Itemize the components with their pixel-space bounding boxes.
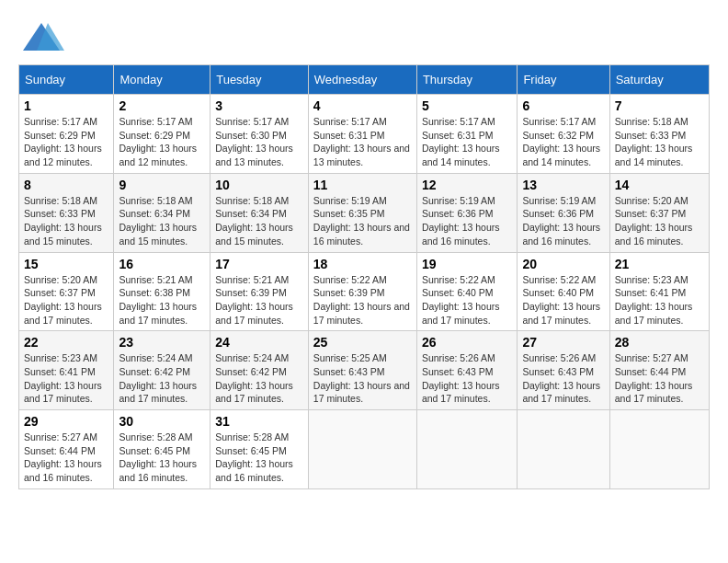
day-number: 17 — [215, 257, 303, 271]
calendar-cell: 4 Sunrise: 5:17 AM Sunset: 6:31 PM Dayli… — [308, 95, 416, 174]
day-number: 22 — [24, 335, 108, 350]
calendar-cell — [416, 410, 518, 489]
day-number: 23 — [119, 335, 205, 350]
day-number: 21 — [615, 257, 704, 271]
day-info: Sunrise: 5:17 AM Sunset: 6:31 PM Dayligh… — [422, 116, 500, 167]
day-info: Sunrise: 5:18 AM Sunset: 6:33 PM Dayligh… — [615, 116, 693, 167]
calendar-cell: 28 Sunrise: 5:27 AM Sunset: 6:44 PM Dayl… — [609, 331, 709, 410]
calendar-cell: 11 Sunrise: 5:19 AM Sunset: 6:35 PM Dayl… — [308, 173, 416, 252]
calendar-cell — [308, 410, 416, 489]
day-number: 6 — [522, 98, 604, 113]
calendar-week-row: 29 Sunrise: 5:27 AM Sunset: 6:44 PM Dayl… — [19, 410, 710, 489]
day-number: 28 — [615, 335, 704, 350]
day-number: 15 — [24, 257, 108, 271]
day-info: Sunrise: 5:22 AM Sunset: 6:40 PM Dayligh… — [422, 274, 500, 326]
calendar-cell: 25 Sunrise: 5:25 AM Sunset: 6:43 PM Dayl… — [308, 331, 416, 410]
day-info: Sunrise: 5:21 AM Sunset: 6:39 PM Dayligh… — [215, 274, 293, 326]
day-number: 9 — [119, 178, 205, 192]
day-info: Sunrise: 5:19 AM Sunset: 6:36 PM Dayligh… — [422, 195, 500, 247]
calendar-header-row: SundayMondayTuesdayWednesdayThursdayFrid… — [19, 65, 710, 95]
day-info: Sunrise: 5:23 AM Sunset: 6:41 PM Dayligh… — [615, 274, 693, 326]
day-number: 8 — [24, 178, 108, 192]
day-number: 5 — [422, 98, 513, 113]
calendar-week-row: 1 Sunrise: 5:17 AM Sunset: 6:29 PM Dayli… — [19, 95, 710, 174]
day-number: 30 — [119, 414, 205, 429]
day-info: Sunrise: 5:20 AM Sunset: 6:37 PM Dayligh… — [615, 195, 693, 247]
header-wednesday: Wednesday — [308, 65, 416, 95]
day-info: Sunrise: 5:19 AM Sunset: 6:35 PM Dayligh… — [313, 195, 410, 247]
header-sunday: Sunday — [19, 65, 114, 95]
day-info: Sunrise: 5:17 AM Sunset: 6:29 PM Dayligh… — [119, 116, 197, 167]
calendar-cell: 2 Sunrise: 5:17 AM Sunset: 6:29 PM Dayli… — [114, 95, 210, 174]
day-number: 13 — [522, 178, 604, 192]
calendar-cell: 16 Sunrise: 5:21 AM Sunset: 6:38 PM Dayl… — [114, 252, 210, 331]
calendar-cell: 14 Sunrise: 5:20 AM Sunset: 6:37 PM Dayl… — [609, 173, 709, 252]
calendar-table: SundayMondayTuesdayWednesdayThursdayFrid… — [18, 64, 710, 489]
day-info: Sunrise: 5:25 AM Sunset: 6:43 PM Dayligh… — [313, 352, 410, 404]
calendar-week-row: 15 Sunrise: 5:20 AM Sunset: 6:37 PM Dayl… — [19, 252, 710, 331]
day-info: Sunrise: 5:21 AM Sunset: 6:38 PM Dayligh… — [119, 274, 197, 326]
calendar-cell: 20 Sunrise: 5:22 AM Sunset: 6:40 PM Dayl… — [518, 252, 609, 331]
calendar-cell: 17 Sunrise: 5:21 AM Sunset: 6:39 PM Dayl… — [210, 252, 309, 331]
day-info: Sunrise: 5:23 AM Sunset: 6:41 PM Dayligh… — [24, 352, 102, 404]
day-number: 2 — [119, 98, 205, 113]
day-number: 31 — [215, 414, 303, 429]
header-thursday: Thursday — [416, 65, 518, 95]
day-number: 20 — [522, 257, 604, 271]
day-number: 25 — [313, 335, 412, 350]
day-info: Sunrise: 5:19 AM Sunset: 6:36 PM Dayligh… — [522, 195, 600, 247]
day-number: 16 — [119, 257, 205, 271]
calendar-cell — [609, 410, 709, 489]
logo-icon — [18, 18, 64, 55]
day-number: 26 — [422, 335, 513, 350]
day-info: Sunrise: 5:26 AM Sunset: 6:43 PM Dayligh… — [522, 352, 600, 404]
logo — [18, 18, 68, 55]
day-number: 4 — [313, 98, 412, 113]
header-friday: Friday — [518, 65, 609, 95]
calendar-cell: 18 Sunrise: 5:22 AM Sunset: 6:39 PM Dayl… — [308, 252, 416, 331]
day-info: Sunrise: 5:20 AM Sunset: 6:37 PM Dayligh… — [24, 274, 102, 326]
calendar-cell: 19 Sunrise: 5:22 AM Sunset: 6:40 PM Dayl… — [416, 252, 518, 331]
day-info: Sunrise: 5:27 AM Sunset: 6:44 PM Dayligh… — [615, 352, 693, 404]
calendar-cell: 31 Sunrise: 5:28 AM Sunset: 6:45 PM Dayl… — [210, 410, 309, 489]
day-number: 24 — [215, 335, 303, 350]
calendar-cell: 27 Sunrise: 5:26 AM Sunset: 6:43 PM Dayl… — [518, 331, 609, 410]
page-header — [18, 18, 710, 55]
calendar-cell: 23 Sunrise: 5:24 AM Sunset: 6:42 PM Dayl… — [114, 331, 210, 410]
header-tuesday: Tuesday — [210, 65, 309, 95]
calendar-week-row: 8 Sunrise: 5:18 AM Sunset: 6:33 PM Dayli… — [19, 173, 710, 252]
calendar-cell: 7 Sunrise: 5:18 AM Sunset: 6:33 PM Dayli… — [609, 95, 709, 174]
calendar-cell: 12 Sunrise: 5:19 AM Sunset: 6:36 PM Dayl… — [416, 173, 518, 252]
day-number: 1 — [24, 98, 108, 113]
day-info: Sunrise: 5:27 AM Sunset: 6:44 PM Dayligh… — [24, 431, 102, 483]
calendar-cell: 30 Sunrise: 5:28 AM Sunset: 6:45 PM Dayl… — [114, 410, 210, 489]
day-number: 18 — [313, 257, 412, 271]
calendar-cell: 29 Sunrise: 5:27 AM Sunset: 6:44 PM Dayl… — [19, 410, 114, 489]
day-info: Sunrise: 5:28 AM Sunset: 6:45 PM Dayligh… — [215, 431, 293, 483]
day-info: Sunrise: 5:28 AM Sunset: 6:45 PM Dayligh… — [119, 431, 197, 483]
day-info: Sunrise: 5:18 AM Sunset: 6:33 PM Dayligh… — [24, 195, 102, 247]
header-saturday: Saturday — [609, 65, 709, 95]
day-number: 7 — [615, 98, 704, 113]
day-info: Sunrise: 5:17 AM Sunset: 6:32 PM Dayligh… — [522, 116, 600, 167]
calendar-cell: 9 Sunrise: 5:18 AM Sunset: 6:34 PM Dayli… — [114, 173, 210, 252]
calendar-cell: 10 Sunrise: 5:18 AM Sunset: 6:34 PM Dayl… — [210, 173, 309, 252]
day-number: 14 — [615, 178, 704, 192]
day-number: 19 — [422, 257, 513, 271]
calendar-cell: 6 Sunrise: 5:17 AM Sunset: 6:32 PM Dayli… — [518, 95, 609, 174]
calendar-cell: 22 Sunrise: 5:23 AM Sunset: 6:41 PM Dayl… — [19, 331, 114, 410]
calendar-cell: 26 Sunrise: 5:26 AM Sunset: 6:43 PM Dayl… — [416, 331, 518, 410]
day-info: Sunrise: 5:24 AM Sunset: 6:42 PM Dayligh… — [119, 352, 197, 404]
calendar-cell: 8 Sunrise: 5:18 AM Sunset: 6:33 PM Dayli… — [19, 173, 114, 252]
calendar-cell: 21 Sunrise: 5:23 AM Sunset: 6:41 PM Dayl… — [609, 252, 709, 331]
day-info: Sunrise: 5:17 AM Sunset: 6:31 PM Dayligh… — [313, 116, 410, 167]
day-info: Sunrise: 5:17 AM Sunset: 6:29 PM Dayligh… — [24, 116, 102, 167]
calendar-cell: 3 Sunrise: 5:17 AM Sunset: 6:30 PM Dayli… — [210, 95, 309, 174]
calendar-cell: 1 Sunrise: 5:17 AM Sunset: 6:29 PM Dayli… — [19, 95, 114, 174]
calendar-cell: 24 Sunrise: 5:24 AM Sunset: 6:42 PM Dayl… — [210, 331, 309, 410]
calendar-cell: 15 Sunrise: 5:20 AM Sunset: 6:37 PM Dayl… — [19, 252, 114, 331]
day-info: Sunrise: 5:22 AM Sunset: 6:40 PM Dayligh… — [522, 274, 600, 326]
day-info: Sunrise: 5:22 AM Sunset: 6:39 PM Dayligh… — [313, 274, 410, 326]
calendar-week-row: 22 Sunrise: 5:23 AM Sunset: 6:41 PM Dayl… — [19, 331, 710, 410]
calendar-cell: 13 Sunrise: 5:19 AM Sunset: 6:36 PM Dayl… — [518, 173, 609, 252]
